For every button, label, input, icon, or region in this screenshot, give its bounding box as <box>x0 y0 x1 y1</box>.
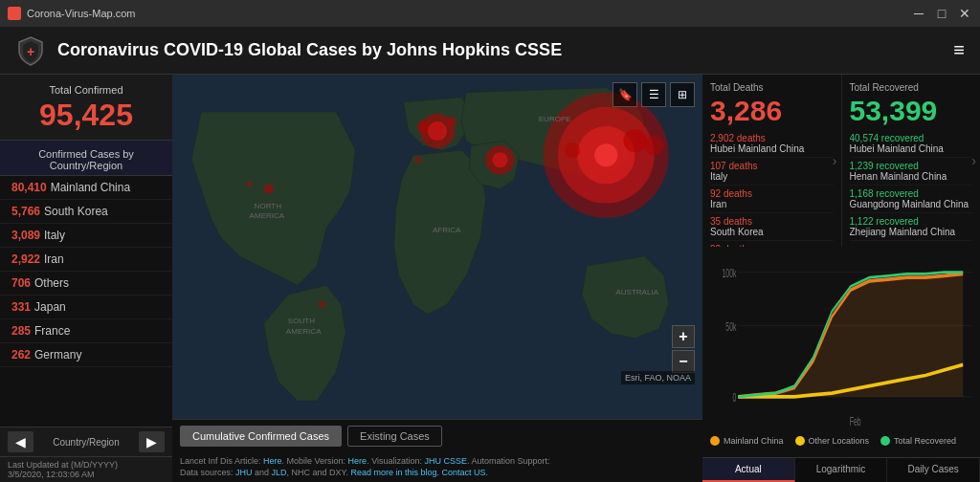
footer-link-jld[interactable]: JLD <box>272 468 287 477</box>
recovered-stat-count: 1,122 recovered <box>850 216 973 227</box>
deaths-panel: Total Deaths 3,286 2,902 deathsHubei Mai… <box>702 75 842 247</box>
usa-bubble <box>264 184 274 193</box>
deaths-panel-title: Total Deaths <box>710 82 834 93</box>
japan-bubble <box>645 136 664 155</box>
list-tool[interactable]: ☰ <box>641 82 666 107</box>
france-bubble <box>417 120 429 132</box>
svg-text:NORTH: NORTH <box>255 202 282 210</box>
country-name: Japan <box>34 300 66 314</box>
total-confirmed-number: 95,425 <box>11 99 161 130</box>
svg-text:0: 0 <box>733 391 737 405</box>
footer-link-blog[interactable]: Read more in this blog. <box>350 468 439 477</box>
country-count: 285 <box>11 324 31 338</box>
europe-bubble-inner <box>428 121 447 141</box>
last-updated-label: Last Updated at (M/D/YYYY) <box>8 460 118 470</box>
svg-text:Feb: Feb <box>850 414 861 427</box>
country-name: Iran <box>44 252 64 266</box>
list-item[interactable]: 262Germany <box>0 343 172 367</box>
chart-tab-daily-cases[interactable]: Daily Cases <box>887 458 980 482</box>
total-confirmed-box: Total Confirmed 95,425 <box>0 75 172 141</box>
title-bar: Corona-Virus-Map.com ─ □ ✕ <box>0 0 980 27</box>
footer-link-1[interactable]: Here <box>263 456 282 466</box>
chart-area: 100k 50k 0 Feb Mainland ChinaOther Locat… <box>702 247 980 457</box>
africa-bubble1 <box>414 156 422 164</box>
recovered-number: 53,399 <box>850 95 973 126</box>
list-item[interactable]: 2,922Iran <box>0 248 172 272</box>
country-name: Germany <box>34 348 81 362</box>
confirmed-by-country-header: Confirmed Cases by Country/Region <box>0 141 172 176</box>
zoom-out-button[interactable]: − <box>672 350 695 373</box>
hamburger-menu[interactable]: ≡ <box>953 39 965 61</box>
deaths-stat-name: Iran <box>710 199 834 209</box>
maximize-button[interactable]: □ <box>934 6 949 21</box>
list-item[interactable]: 706Others <box>0 272 172 296</box>
iran-bubble-inner <box>492 152 507 167</box>
recovered-panel-title: Total Recovered <box>850 82 973 93</box>
deaths-stat-name: South Korea <box>710 227 834 237</box>
list-item[interactable]: 331Japan <box>0 296 172 319</box>
grid-tool[interactable]: ⊞ <box>670 82 695 107</box>
recovered-stat-name: Zhejiang Mainland China <box>850 227 973 237</box>
total-confirmed-label: Total Confirmed <box>11 84 161 96</box>
recovered-scroll-arrow: › <box>971 153 976 168</box>
map-container[interactable]: NORTH AMERICA SOUTH AMERICA AFRICA EUROP… <box>172 75 702 482</box>
country-count: 2,922 <box>11 252 40 266</box>
deaths-stat-count: 35 deaths <box>710 216 834 227</box>
footer-link-jhu2[interactable]: JHU <box>235 468 253 477</box>
minimize-button[interactable]: ─ <box>911 6 926 21</box>
recovered-stat-item: 40,574 recoveredHubei Mainland China <box>850 130 973 158</box>
deaths-stat-item: 35 deathsSouth Korea <box>710 213 834 241</box>
map-credit: Esri, FAO, NOAA <box>621 371 695 384</box>
legend-label: Mainland China <box>724 436 784 446</box>
world-map: NORTH AMERICA SOUTH AMERICA AFRICA EUROP… <box>172 75 702 419</box>
nav-label: Country/Region <box>37 437 135 448</box>
svg-text:AFRICA: AFRICA <box>433 226 461 234</box>
legend-item: Other Locations <box>795 436 870 446</box>
brazil-bubble <box>318 300 325 308</box>
recovered-list: 40,574 recoveredHubei Mainland China1,23… <box>850 130 973 241</box>
app-title: Coronavirus COVID-19 Global Cases by Joh… <box>57 40 953 60</box>
recovered-stat-count: 1,239 recovered <box>850 161 973 171</box>
bookmark-tool[interactable]: 🔖 <box>612 82 637 107</box>
country-count: 331 <box>11 300 31 314</box>
recovered-stat-item: 1,122 recoveredZhejiang Mainland China <box>850 213 973 241</box>
nav-prev-button[interactable]: ◀ <box>8 431 33 452</box>
chart-tabs: ActualLogarithmicDaily Cases <box>702 457 980 482</box>
deaths-stat-item: 92 deathsIran <box>710 186 834 213</box>
footer-link-2[interactable]: Here <box>348 456 368 466</box>
country-name: Others <box>34 276 69 290</box>
svg-text:EUROPE: EUROPE <box>539 115 572 123</box>
legend-label: Other Locations <box>809 436 870 446</box>
svg-text:+: + <box>27 44 34 59</box>
app-icon <box>8 7 21 20</box>
map-visual[interactable]: NORTH AMERICA SOUTH AMERICA AFRICA EUROP… <box>172 75 702 419</box>
list-item[interactable]: 3,089Italy <box>0 224 172 248</box>
footer-text: Lancet Inf Dis Article: Here. Mobile Ver… <box>180 456 550 466</box>
legend-label-recovered: Total Recovered <box>894 436 956 446</box>
footer-link-contact[interactable]: Contact US. <box>442 468 489 477</box>
recovered-stat-name: Guangdong Mainland China <box>850 199 973 209</box>
footer-link-jhu[interactable]: JHU CSSE <box>425 456 468 466</box>
zoom-in-button[interactable]: + <box>672 325 695 348</box>
deaths-list: 2,902 deathsHubei Mainland China107 deat… <box>710 130 834 247</box>
legend-item: Mainland China <box>710 436 784 446</box>
deaths-stat-count: 2,902 deaths <box>710 133 834 143</box>
deaths-scroll-arrow: › <box>833 153 837 168</box>
country-list[interactable]: 80,410Mainland China5,766South Korea3,08… <box>0 176 172 427</box>
nav-next-button[interactable]: ▶ <box>139 431 165 452</box>
list-item[interactable]: 80,410Mainland China <box>0 176 172 200</box>
svg-text:50k: 50k <box>725 320 737 334</box>
chart-tab-logarithmic[interactable]: Logarithmic <box>795 458 888 482</box>
tab-existing[interactable]: Existing Cases <box>347 426 442 447</box>
chart-tab-actual[interactable]: Actual <box>702 458 795 482</box>
deaths-stat-count: 92 deaths <box>710 188 834 199</box>
main-layout: Total Confirmed 95,425 Confirmed Cases b… <box>0 75 980 482</box>
legend-item-recovered: Total Recovered <box>880 436 956 446</box>
close-button[interactable]: ✕ <box>957 6 972 21</box>
nav-controls: ◀ Country/Region ▶ <box>0 427 172 456</box>
list-item[interactable]: 285France <box>0 319 172 343</box>
country-count: 5,766 <box>11 205 40 218</box>
list-item[interactable]: 5,766South Korea <box>0 200 172 224</box>
stats-row: Total Deaths 3,286 2,902 deathsHubei Mai… <box>702 75 980 247</box>
tab-cumulative[interactable]: Cumulative Confirmed Cases <box>180 426 342 447</box>
